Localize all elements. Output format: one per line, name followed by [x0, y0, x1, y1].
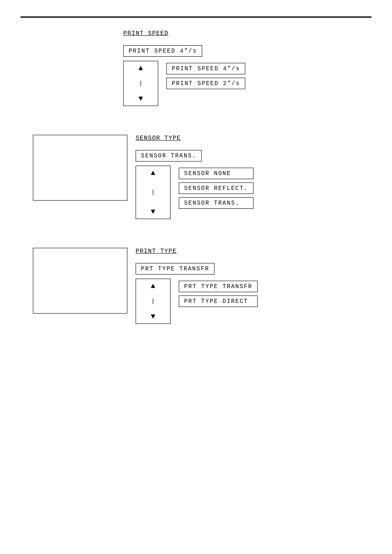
section2-arrow-box: ▲ | ▼	[136, 166, 171, 219]
section-sensor-type: SENSOR TYPE SENSOR TRANS. ▲ | ▼ SENSOR N…	[21, 135, 371, 219]
section1-option-1: PRINT SPEED 4"/s	[166, 63, 245, 74]
arrow-down-icon-2: ▼	[151, 208, 155, 215]
arrow-up-icon: ▲	[138, 65, 143, 72]
top-rule	[21, 16, 371, 18]
arrow-down-icon: ▼	[138, 95, 143, 102]
section3-option-1: PRT TYPE TRANSFR	[179, 281, 258, 292]
page-container: PRINT SPEED PRINT SPEED 4"/s ▲ | ▼ PRINT…	[0, 0, 392, 554]
section1-title: PRINT SPEED	[123, 30, 371, 37]
section3-right-content: PRINT TYPE PRT TYPE TRANSFR ▲ | ▼ PRT TY…	[136, 248, 371, 324]
section2-main-display: SENSOR TRANS.	[136, 150, 202, 162]
section2-option-3: SENSOR TRANS.	[179, 197, 254, 209]
arrow-line-icon: |	[139, 81, 142, 86]
arrow-down-icon-3: ▼	[151, 313, 155, 320]
section-print-type: PRINT TYPE PRT TYPE TRANSFR ▲ | ▼ PRT TY…	[21, 248, 371, 324]
section3-options: PRT TYPE TRANSFR PRT TYPE DIRECT	[179, 279, 258, 307]
section2-option-1: SENSOR NONE	[179, 168, 254, 179]
section1-arrow-box: ▲ | ▼	[123, 61, 158, 106]
section1-nav-diagram: ▲ | ▼ PRINT SPEED 4"/s PRINT SPEED 2"/s	[123, 61, 371, 106]
section2-option-2: SENSOR REFLECT.	[179, 182, 254, 194]
section3-title: PRINT TYPE	[136, 248, 371, 255]
section-print-speed: PRINT SPEED PRINT SPEED 4"/s ▲ | ▼ PRINT…	[123, 30, 371, 106]
section2-right-content: SENSOR TYPE SENSOR TRANS. ▲ | ▼ SENSOR N…	[136, 135, 371, 219]
section2-nav-diagram: ▲ | ▼ SENSOR NONE SENSOR REFLECT. SENSOR…	[136, 166, 371, 219]
section1-options: PRINT SPEED 4"/s PRINT SPEED 2"/s	[166, 61, 245, 89]
section2-options: SENSOR NONE SENSOR REFLECT. SENSOR TRANS…	[179, 166, 254, 209]
arrow-line-icon-3: |	[151, 298, 154, 304]
section2-title: SENSOR TYPE	[136, 135, 371, 142]
section1-option-2: PRINT SPEED 2"/s	[166, 78, 245, 89]
arrow-up-icon-2: ▲	[151, 169, 155, 177]
section3-option-2: PRT TYPE DIRECT	[179, 295, 258, 307]
arrow-up-icon-3: ▲	[151, 282, 155, 290]
arrow-line-icon-2: |	[151, 189, 154, 195]
section3-left-diagram	[33, 248, 127, 314]
section3-arrow-box: ▲ | ▼	[136, 279, 171, 324]
section2-left-diagram	[33, 135, 127, 201]
section3-nav-diagram: ▲ | ▼ PRT TYPE TRANSFR PRT TYPE DIRECT	[136, 279, 371, 324]
section1-main-display: PRINT SPEED 4"/s	[123, 45, 202, 57]
section3-main-display: PRT TYPE TRANSFR	[136, 263, 214, 275]
